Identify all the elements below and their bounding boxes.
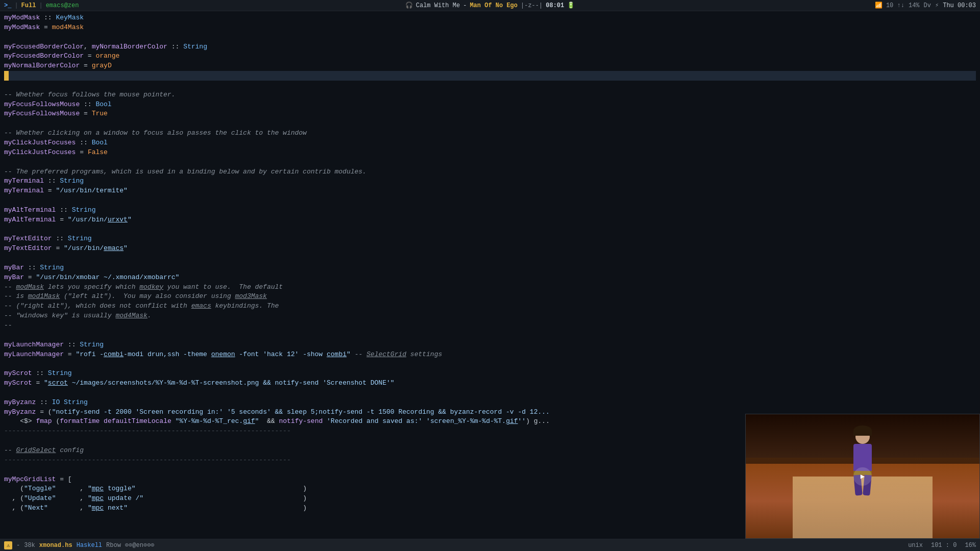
prompt-icon: >_ xyxy=(4,2,11,9)
filename: xmonad.hs xyxy=(39,542,72,549)
status-indicator: ⚠ xyxy=(4,541,12,549)
statusbar-right: unix 101 : 0 16% xyxy=(908,542,976,549)
file-size: - xyxy=(16,542,20,549)
song-separator: - xyxy=(463,2,467,9)
song-calm: Calm With Me xyxy=(416,2,460,9)
dev-label: Dv xyxy=(924,2,931,9)
separator1: | xyxy=(14,2,18,9)
file-size-val: 38k xyxy=(24,542,35,549)
wifi-label: 📶 10 ↑↓ xyxy=(875,2,904,9)
mode-label: Full xyxy=(21,2,36,9)
filetype: Haskell xyxy=(77,542,102,549)
video-overlay[interactable]: ▶ xyxy=(745,414,980,539)
topbar-left: >_ | Full | emacs@zen xyxy=(4,2,79,9)
file-format: unix xyxy=(908,542,923,549)
battery-pct: 14% xyxy=(909,2,920,9)
video-content: ▶ xyxy=(746,414,979,538)
song-title: Man Of No Ego xyxy=(470,2,518,9)
charge-icon: ⚡ xyxy=(935,2,939,9)
separator2: | xyxy=(39,2,42,9)
cursor-position: 101 : 0 xyxy=(931,542,957,549)
topbar-right: 📶 10 ↑↓ 14% Dv ⚡ Thu 00:03 xyxy=(875,2,976,9)
host-label: emacs@zen xyxy=(46,2,79,9)
video-figure xyxy=(842,430,883,501)
encoding-circles: ⊙⊙@en⊙⊙⊙ xyxy=(125,541,155,549)
time-label: 08:01 xyxy=(546,2,564,9)
date-label: Thu 00:03 xyxy=(943,2,976,9)
statusbar: ⚠ - 38k xmonad.hs Haskell Rbow ⊙⊙@en⊙⊙⊙ … xyxy=(0,539,980,551)
topbar: >_ | Full | emacs@zen 🎧 Calm With Me - M… xyxy=(0,0,980,11)
scroll-percent: 16% xyxy=(965,542,976,549)
main-area: myModMask :: KeyMask myModMask = mod4Mas… xyxy=(0,11,980,539)
video-play-button[interactable]: ▶ xyxy=(853,467,872,486)
topbar-center: 🎧 Calm With Me - Man Of No Ego |-z--| 08… xyxy=(405,2,575,9)
battery-label: 🔋 xyxy=(567,2,575,9)
mode-encoding: Rbow xyxy=(106,542,121,549)
zid-label: |-z--| xyxy=(521,2,543,9)
music-icon: 🎧 xyxy=(405,2,413,9)
